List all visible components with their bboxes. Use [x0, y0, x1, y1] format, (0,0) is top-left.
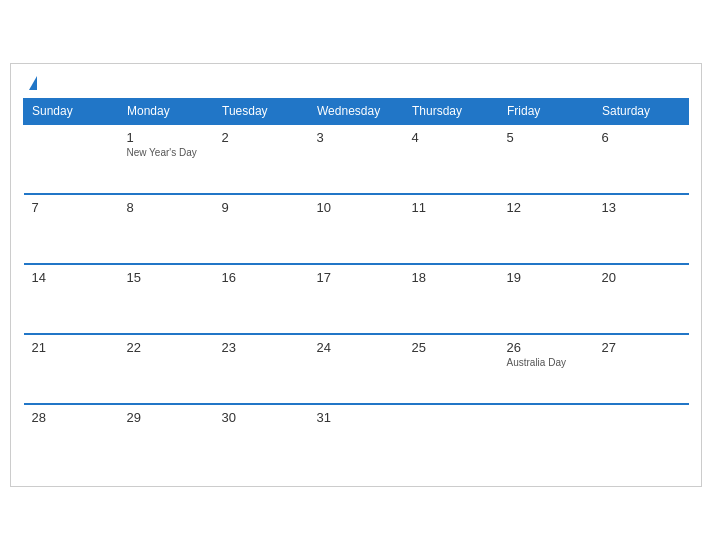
- day-number: 31: [317, 410, 396, 425]
- day-number: 24: [317, 340, 396, 355]
- week-row-2: 14151617181920: [24, 264, 689, 334]
- day-number: 28: [32, 410, 111, 425]
- day-number: 14: [32, 270, 111, 285]
- week-row-1: 78910111213: [24, 194, 689, 264]
- calendar-cell: 13: [594, 194, 689, 264]
- calendar-cell: 18: [404, 264, 499, 334]
- calendar-cell: 5: [499, 124, 594, 194]
- day-number: 15: [127, 270, 206, 285]
- day-number: 8: [127, 200, 206, 215]
- calendar-header: [23, 76, 689, 90]
- calendar-cell: 25: [404, 334, 499, 404]
- weekday-header-saturday: Saturday: [594, 99, 689, 125]
- calendar-cell: 28: [24, 404, 119, 474]
- calendar-cell: 21: [24, 334, 119, 404]
- day-number: 18: [412, 270, 491, 285]
- day-number: 30: [222, 410, 301, 425]
- calendar-cell: 10: [309, 194, 404, 264]
- day-number: 16: [222, 270, 301, 285]
- calendar-cell: 16: [214, 264, 309, 334]
- day-number: 26: [507, 340, 586, 355]
- day-number: 2: [222, 130, 301, 145]
- week-row-3: 212223242526Australia Day27: [24, 334, 689, 404]
- calendar-container: SundayMondayTuesdayWednesdayThursdayFrid…: [10, 63, 702, 487]
- day-number: 25: [412, 340, 491, 355]
- weekday-header-row: SundayMondayTuesdayWednesdayThursdayFrid…: [24, 99, 689, 125]
- calendar-cell: [404, 404, 499, 474]
- day-number: 12: [507, 200, 586, 215]
- day-number: 10: [317, 200, 396, 215]
- calendar-cell: [594, 404, 689, 474]
- day-number: 23: [222, 340, 301, 355]
- week-row-4: 28293031: [24, 404, 689, 474]
- logo-blue-text: [27, 76, 37, 90]
- logo-triangle-icon: [29, 76, 37, 90]
- day-number: 4: [412, 130, 491, 145]
- day-number: 1: [127, 130, 206, 145]
- holiday-name: New Year's Day: [127, 147, 206, 158]
- day-number: 7: [32, 200, 111, 215]
- weekday-header-monday: Monday: [119, 99, 214, 125]
- day-number: 27: [602, 340, 681, 355]
- weekday-header-wednesday: Wednesday: [309, 99, 404, 125]
- calendar-cell: 4: [404, 124, 499, 194]
- calendar-cell: 9: [214, 194, 309, 264]
- calendar-cell: 26Australia Day: [499, 334, 594, 404]
- calendar-cell: [499, 404, 594, 474]
- calendar-cell: 6: [594, 124, 689, 194]
- day-number: 13: [602, 200, 681, 215]
- calendar-cell: 15: [119, 264, 214, 334]
- calendar-cell: 29: [119, 404, 214, 474]
- day-number: 17: [317, 270, 396, 285]
- day-number: 5: [507, 130, 586, 145]
- calendar-cell: 27: [594, 334, 689, 404]
- calendar-cell: 19: [499, 264, 594, 334]
- calendar-table: SundayMondayTuesdayWednesdayThursdayFrid…: [23, 98, 689, 474]
- weekday-header-friday: Friday: [499, 99, 594, 125]
- calendar-cell: 1New Year's Day: [119, 124, 214, 194]
- day-number: 20: [602, 270, 681, 285]
- calendar-cell: 30: [214, 404, 309, 474]
- day-number: 6: [602, 130, 681, 145]
- day-number: 11: [412, 200, 491, 215]
- day-number: 19: [507, 270, 586, 285]
- calendar-cell: 8: [119, 194, 214, 264]
- day-number: 9: [222, 200, 301, 215]
- day-number: 29: [127, 410, 206, 425]
- calendar-cell: 3: [309, 124, 404, 194]
- week-row-0: 1New Year's Day23456: [24, 124, 689, 194]
- calendar-cell: 31: [309, 404, 404, 474]
- day-number: 22: [127, 340, 206, 355]
- weekday-header-tuesday: Tuesday: [214, 99, 309, 125]
- calendar-cell: 2: [214, 124, 309, 194]
- day-number: 3: [317, 130, 396, 145]
- calendar-thead: SundayMondayTuesdayWednesdayThursdayFrid…: [24, 99, 689, 125]
- calendar-cell: 14: [24, 264, 119, 334]
- calendar-cell: 23: [214, 334, 309, 404]
- calendar-cell: [24, 124, 119, 194]
- calendar-cell: 22: [119, 334, 214, 404]
- calendar-cell: 7: [24, 194, 119, 264]
- calendar-cell: 17: [309, 264, 404, 334]
- calendar-tbody: 1New Year's Day2345678910111213141516171…: [24, 124, 689, 474]
- logo: [27, 76, 37, 90]
- calendar-cell: 20: [594, 264, 689, 334]
- calendar-cell: 12: [499, 194, 594, 264]
- day-number: 21: [32, 340, 111, 355]
- holiday-name: Australia Day: [507, 357, 586, 368]
- calendar-cell: 11: [404, 194, 499, 264]
- weekday-header-sunday: Sunday: [24, 99, 119, 125]
- calendar-cell: 24: [309, 334, 404, 404]
- weekday-header-thursday: Thursday: [404, 99, 499, 125]
